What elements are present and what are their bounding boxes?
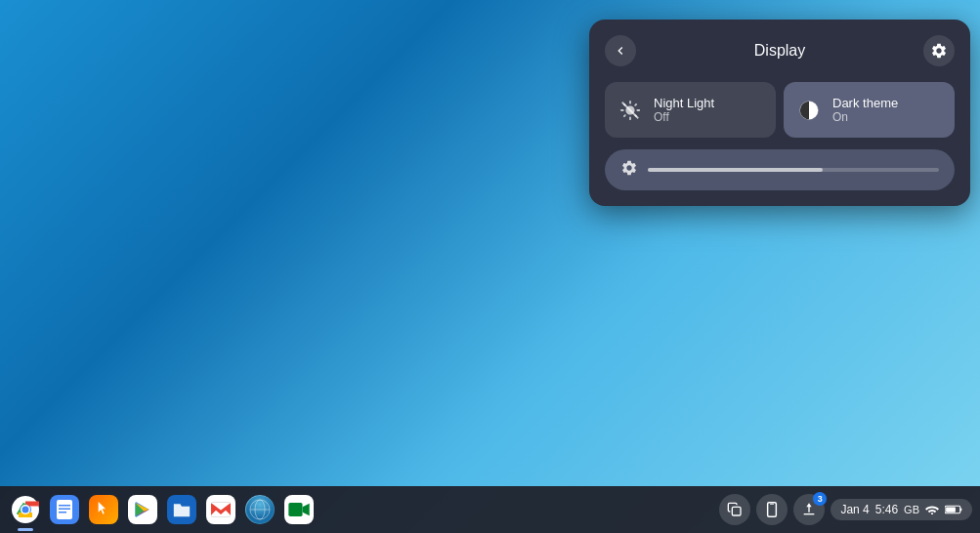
status-date: Jan 4	[840, 503, 869, 516]
status-storage: GB	[904, 504, 919, 515]
night-light-status: Off	[654, 110, 714, 124]
brightness-slider[interactable]	[648, 168, 939, 172]
taskbar-app-touchpad[interactable]	[86, 492, 121, 527]
taskbar-app-meet[interactable]	[281, 492, 317, 527]
svg-rect-9	[59, 512, 66, 513]
battery-icon	[945, 505, 962, 514]
svg-rect-8	[59, 509, 70, 511]
panel-title: Display	[754, 42, 805, 60]
brightness-slider-fill	[648, 168, 823, 172]
taskbar-app-gmail[interactable]	[203, 492, 238, 527]
taskbar-app-playstore[interactable]	[125, 492, 160, 527]
taskbar: 3 Jan 4 5:46 GB	[0, 486, 980, 533]
back-button[interactable]	[605, 35, 636, 66]
night-light-label: Night Light	[654, 96, 714, 110]
svg-rect-14	[288, 503, 302, 516]
taskbar-app-chrome[interactable]	[8, 492, 43, 527]
night-light-card[interactable]: Night Light Off	[605, 82, 776, 138]
taskbar-right: 3 Jan 4 5:46 GB	[719, 494, 972, 525]
svg-rect-15	[733, 507, 742, 515]
dark-theme-text: Dark theme On	[832, 96, 898, 124]
brightness-icon	[620, 159, 638, 181]
svg-rect-7	[59, 505, 70, 507]
display-panel: Display Night Light Off	[589, 20, 970, 206]
taskbar-apps	[8, 492, 317, 527]
panel-options: Night Light Off Dark theme On	[605, 82, 955, 138]
svg-point-19	[931, 512, 933, 514]
panel-header: Display	[605, 35, 955, 66]
taskbar-app-docs[interactable]	[47, 492, 82, 527]
svg-rect-21	[960, 509, 962, 512]
panel-settings-button[interactable]	[923, 35, 955, 66]
dark-theme-card[interactable]: Dark theme On	[784, 82, 955, 138]
tray-notification-icon[interactable]: 3	[793, 494, 825, 525]
tray-copy-icon[interactable]	[719, 494, 750, 525]
taskbar-status[interactable]: Jan 4 5:46 GB	[831, 499, 972, 520]
night-light-icon	[617, 97, 644, 124]
notification-badge: 3	[813, 492, 827, 506]
svg-rect-16	[768, 503, 777, 517]
dark-theme-icon	[795, 97, 823, 124]
tray-phone-icon[interactable]	[756, 494, 788, 525]
svg-rect-22	[946, 507, 956, 512]
dark-theme-label: Dark theme	[832, 96, 898, 110]
svg-point-5	[22, 507, 29, 513]
desktop: Display Night Light Off	[0, 0, 980, 533]
brightness-row[interactable]	[605, 149, 955, 190]
night-light-text: Night Light Off	[654, 96, 714, 124]
dark-theme-status: On	[832, 110, 898, 124]
wifi-icon	[925, 505, 939, 514]
svg-rect-18	[804, 513, 815, 514]
taskbar-app-files[interactable]	[164, 492, 199, 527]
status-time: 5:46	[875, 503, 898, 516]
taskbar-app-browser[interactable]	[242, 492, 277, 527]
